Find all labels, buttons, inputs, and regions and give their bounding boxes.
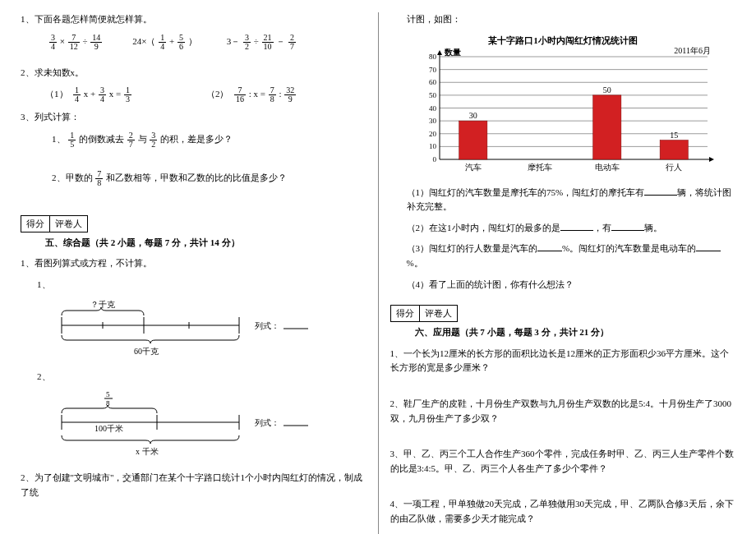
svg-text:40: 40 — [429, 104, 437, 112]
svg-rect-42 — [459, 121, 486, 159]
q3-2: 2、甲数的 78 和乙数相等，甲数和乙数的比的比值是多少？ — [52, 170, 366, 187]
q2-eqs: （1） 14 x + 34 x = 13 （2） 716 : x = 78 : … — [45, 86, 366, 104]
svg-text:2011年6月: 2011年6月 — [674, 46, 711, 55]
qb: （2）在这1小时内，闯红灯的最多的是，有辆。 — [407, 221, 736, 236]
q3-title: 3、列式计算： — [21, 110, 366, 125]
q1-expressions: 34 × 712 ÷ 149 24×（ 14 + 56 ） 3－ 32 ÷ 21… — [48, 34, 366, 51]
score-box-6: 得分 评卷人 — [390, 305, 458, 322]
bar-chart: 某十字路口1小时内闯红灯情况统计图2011年6月数量01020304050607… — [407, 34, 736, 179]
a3: 3、甲、乙、丙三个工人合作生产360个零件，完成任务时甲、乙、丙三人生产零件个数… — [390, 447, 736, 476]
sub2-title: 2、为了创建"文明城市"，交通部门在某个十字路口统计1个小时内闯红灯的情况，制成… — [21, 471, 366, 499]
diagram1: ？千克 60千克 列式： — [45, 299, 366, 358]
column-divider — [378, 12, 379, 534]
qc: （3）闯红灯的行人数量是汽车的%。闯红灯的汽车数量是电动车的%。 — [407, 242, 736, 270]
expr3: 3－ 32 ÷ 2110 － 27 — [227, 34, 297, 51]
a1: 1、一个长为12厘米的长方形的面积比边长是12厘米的正方形面积少36平方厘米。这… — [390, 347, 736, 375]
left-column: 1、下面各题怎样简便就怎样算。 34 × 712 ÷ 149 24×（ 14 +… — [21, 12, 366, 534]
svg-text:15: 15 — [670, 130, 678, 139]
sec5-title: 五、综合题（共 2 小题，每题 7 分，共计 14 分） — [45, 236, 240, 251]
svg-text:汽车: 汽车 — [464, 163, 481, 172]
sec6-title: 六、应用题（共 7 小题，每题 3 分，共计 21 分） — [415, 325, 610, 340]
svg-text:80: 80 — [429, 53, 437, 61]
svg-text:0: 0 — [432, 155, 436, 163]
d1-right-text: 列式： — [255, 321, 279, 330]
d1-top-text: ？千克 — [90, 300, 115, 309]
svg-text:30: 30 — [429, 117, 437, 125]
q3-1: 1、 15 的倒数减去 27 与 32 的积，差是多少？ — [52, 131, 366, 149]
svg-text:30: 30 — [468, 111, 477, 120]
expr2: 24×（ 14 + 56 ） — [132, 34, 196, 51]
score-label: 得分 — [21, 216, 50, 232]
svg-text:x 千米: x 千米 — [136, 447, 159, 456]
qd: （4）看了上面的统计图，你有什么想法？ — [407, 278, 736, 292]
d1-label: 1、 — [37, 278, 366, 292]
q1-title: 1、下面各题怎样简便就怎样算。 — [21, 12, 366, 27]
a2: 2、鞋厂生产的皮鞋，十月份生产双数与九月份生产双数的比是5:4。十月份生产了30… — [390, 397, 736, 426]
right-column: 计图，如图： 某十字路口1小时内闯红灯情况统计图2011年6月数量0102030… — [390, 12, 736, 534]
intro: 计图，如图： — [407, 12, 736, 27]
eq2: （2） 716 : x = 78 : 329 — [206, 86, 297, 104]
svg-rect-46 — [592, 94, 620, 159]
qa: （1）闯红灯的汽车数量是摩托车的75%，闯红灯的摩托车有辆，将统计图补充完整。 — [407, 186, 736, 214]
q2-title: 2、求未知数x。 — [21, 66, 366, 81]
svg-rect-49 — [660, 140, 688, 159]
expr1: 34 × 712 ÷ 149 — [48, 34, 103, 51]
svg-text:5: 5 — [106, 390, 110, 398]
svg-marker-21 — [437, 50, 442, 55]
d2-label: 2、 — [37, 370, 366, 384]
svg-text:50: 50 — [602, 85, 611, 94]
svg-text:100千米: 100千米 — [94, 424, 123, 433]
svg-text:摩托车: 摩托车 — [528, 163, 552, 172]
svg-marker-24 — [709, 157, 714, 162]
svg-text:数量: 数量 — [444, 48, 461, 57]
eq1: （1） 14 x + 34 x = 13 — [45, 86, 132, 104]
svg-text:60: 60 — [429, 78, 437, 86]
d1-bottom-text: 60千克 — [134, 347, 159, 356]
svg-text:50: 50 — [429, 90, 437, 99]
svg-text:10: 10 — [429, 142, 437, 150]
section5-header: 得分 评卷人 — [21, 209, 366, 236]
svg-text:某十字路口1小时内闯红灯情况统计图: 某十字路口1小时内闯红灯情况统计图 — [487, 35, 638, 45]
diagram2: 5 8 100千米 x 千米 列式： — [45, 390, 366, 459]
svg-text:电动车: 电动车 — [594, 163, 619, 172]
svg-text:列式：: 列式： — [255, 418, 279, 427]
score-box: 得分 评卷人 — [21, 215, 88, 232]
section6-header: 得分 评卷人 — [390, 298, 736, 325]
svg-text:行人: 行人 — [666, 163, 682, 172]
svg-text:70: 70 — [429, 65, 437, 73]
sub1-title: 1、看图列算式或方程，不计算。 — [21, 256, 366, 271]
a4: 4、一项工程，甲单独做20天完成，乙单独做用30天完成，甲、乙两队合修3天后，余… — [390, 497, 736, 526]
grader-label: 评卷人 — [50, 216, 87, 232]
svg-text:20: 20 — [429, 129, 437, 137]
